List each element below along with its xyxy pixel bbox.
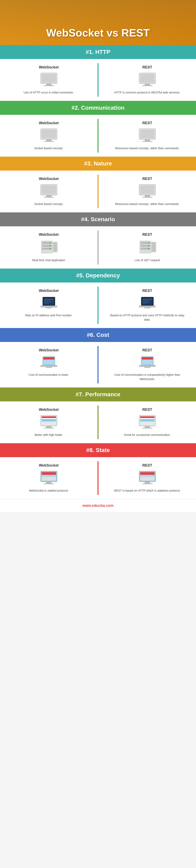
- svg-rect-101: [142, 484, 152, 484]
- rest-icon-cost: [138, 355, 157, 370]
- svg-rect-73: [142, 357, 153, 360]
- section-performance: #7. Performance WebSocket Better with hi…: [0, 388, 196, 443]
- svg-rect-95: [44, 484, 54, 484]
- rest-title-cost: REST: [142, 348, 152, 352]
- svg-rect-47: [152, 249, 156, 251]
- section-http: #1. HTTP WebSocket Use of HTTP occur in …: [0, 45, 196, 101]
- section-header-scenario: #4. Scenario: [0, 212, 196, 226]
- footer: www.educba.com: [0, 499, 196, 512]
- websocket-cell-dependency: WebSocket Rely on IP address and Port nu…: [0, 282, 97, 328]
- websocket-icon-scenario: [39, 240, 58, 255]
- svg-rect-94: [46, 482, 52, 484]
- websocket-icon-http: [39, 72, 58, 87]
- websocket-title-communication: WebSocket: [39, 121, 59, 125]
- rest-title-scenario: REST: [142, 232, 152, 237]
- websocket-text-dependency: Rely on IP address and Port number.: [25, 313, 72, 317]
- comparison-row-cost: WebSocket Cost of communication is lower…: [0, 342, 196, 388]
- section-number-communication: #2.: [72, 104, 81, 111]
- websocket-title-state: WebSocket: [39, 463, 59, 468]
- svg-rect-23: [142, 197, 152, 198]
- section-number-http: #1.: [86, 49, 95, 55]
- svg-rect-85: [140, 422, 155, 425]
- websocket-cell-http: WebSocket Use of HTTP occur in initial c…: [0, 59, 97, 101]
- section-number-scenario: #4.: [81, 216, 91, 222]
- svg-rect-92: [42, 472, 56, 475]
- svg-rect-68: [43, 357, 54, 360]
- svg-rect-70: [46, 367, 52, 368]
- rest-title-dependency: REST: [142, 289, 152, 293]
- svg-rect-93: [42, 477, 56, 481]
- svg-rect-75: [144, 367, 150, 368]
- svg-point-26: [50, 242, 51, 244]
- comparison-row-state: WebSocket WebSocket is stateful protocol…: [0, 457, 196, 499]
- svg-rect-52: [44, 300, 50, 301]
- rest-cell-dependency: REST Based on HTTP protocol and uses HTT…: [99, 282, 196, 328]
- svg-rect-86: [140, 416, 155, 418]
- section-number-cost: #6.: [87, 332, 96, 338]
- section-state: #8. State WebSocket WebSocket is statefu…: [0, 443, 196, 499]
- svg-rect-11: [44, 141, 54, 142]
- rest-cell-state: REST REST is based on HTTP which is stat…: [99, 457, 196, 499]
- websocket-text-http: Use of HTTP occur in initial connection.: [24, 90, 74, 95]
- svg-point-40: [148, 245, 149, 246]
- svg-rect-69: [40, 365, 57, 367]
- svg-rect-2: [46, 84, 52, 85]
- rest-cell-performance: REST Great for occasional communication.: [99, 401, 196, 443]
- svg-rect-54: [44, 303, 49, 303]
- svg-rect-1: [42, 74, 56, 83]
- section-dependency: #5. Dependency WebSocket Rely on IP addr…: [0, 269, 196, 328]
- section-label-http: HTTP: [95, 49, 110, 55]
- rest-icon-scenario: [138, 240, 157, 255]
- svg-rect-45: [152, 245, 156, 247]
- svg-point-38: [148, 242, 149, 244]
- rest-text-state: REST is based on HTTP which is stateless…: [114, 489, 180, 493]
- svg-rect-78: [42, 422, 56, 425]
- svg-rect-100: [145, 482, 150, 484]
- svg-rect-62: [143, 302, 151, 302]
- section-header-performance: #7. Performance: [0, 388, 196, 401]
- section-label-cost: Cost: [96, 332, 109, 338]
- svg-rect-53: [44, 302, 52, 302]
- svg-rect-79: [42, 416, 56, 418]
- rest-text-performance: Great for occasional communication.: [124, 433, 171, 437]
- svg-rect-63: [143, 303, 148, 303]
- svg-rect-64: [139, 306, 156, 307]
- rest-text-scenario: Lots of GET request: [134, 258, 160, 262]
- svg-rect-44: [152, 243, 156, 244]
- rest-text-nature: Resources based concept, rather than com…: [115, 202, 179, 206]
- svg-point-30: [50, 248, 51, 249]
- websocket-icon-nature: [39, 184, 58, 199]
- websocket-text-communication: Socket based concept.: [34, 146, 63, 151]
- websocket-text-state: WebSocket is stateful protocol.: [29, 489, 68, 493]
- section-label-nature: Nature: [94, 160, 112, 167]
- rest-title-communication: REST: [142, 121, 152, 125]
- svg-rect-15: [142, 141, 152, 142]
- section-number-state: #8.: [86, 447, 96, 453]
- section-number-nature: #3.: [84, 160, 94, 167]
- rest-title-http: REST: [142, 65, 152, 69]
- websocket-title-performance: WebSocket: [39, 408, 59, 412]
- websocket-cell-performance: WebSocket Better with high loads.: [0, 401, 97, 443]
- svg-rect-17: [42, 186, 56, 194]
- section-header-cost: #6. Cost: [0, 328, 196, 342]
- svg-rect-34: [54, 247, 57, 249]
- svg-rect-19: [44, 197, 54, 198]
- svg-rect-82: [44, 428, 54, 429]
- section-label-dependency: Dependency: [86, 272, 120, 279]
- section-header-communication: #2. Communication: [0, 101, 196, 115]
- sections-container: #1. HTTP WebSocket Use of HTTP occur in …: [0, 45, 196, 499]
- rest-cell-cost: REST Cost of communication is comparativ…: [99, 342, 196, 388]
- websocket-text-cost: Cost of communication is lower.: [29, 373, 69, 377]
- comparison-row-nature: WebSocket Socket based concept. REST Res…: [0, 170, 196, 212]
- rest-icon-nature: [138, 184, 157, 199]
- svg-rect-9: [42, 130, 56, 138]
- websocket-cell-state: WebSocket WebSocket is stateful protocol…: [0, 457, 97, 499]
- websocket-title-scenario: WebSocket: [39, 232, 59, 237]
- rest-title-performance: REST: [142, 408, 152, 412]
- svg-rect-50: [43, 298, 54, 305]
- websocket-icon-communication: [39, 128, 58, 143]
- rest-title-nature: REST: [142, 177, 152, 181]
- rest-text-http: HTTP is common protocol in RESTful web s…: [114, 90, 180, 95]
- hero-section: WebSocket vs REST: [0, 0, 196, 45]
- section-scenario: #4. Scenario WebSocket Real time chat Ap…: [0, 212, 196, 269]
